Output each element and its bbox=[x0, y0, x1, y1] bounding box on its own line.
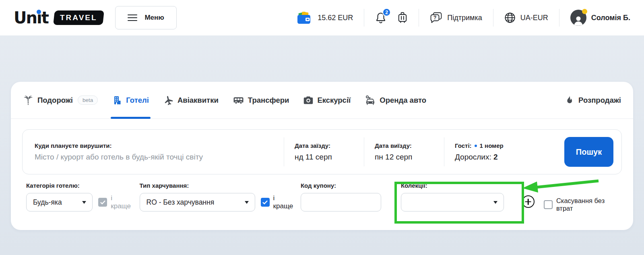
brand-travel-badge: TRAVEL bbox=[53, 10, 104, 25]
hotel-category-label: Категорія готелю: bbox=[26, 182, 134, 189]
tab-car-rental[interactable]: Оренда авто bbox=[365, 82, 426, 118]
user-name: Соломія Б. bbox=[591, 14, 630, 22]
luggage-icon bbox=[397, 12, 408, 24]
tab-label: Готелі bbox=[126, 96, 149, 105]
tab-travels[interactable]: Подорожі beta bbox=[23, 82, 98, 118]
category-and-better-checkbox[interactable]: і краще bbox=[98, 194, 133, 210]
locale-label: UA-EUR bbox=[520, 14, 548, 22]
user-account-button[interactable]: Соломія Б. bbox=[570, 10, 630, 26]
guest-count-dot bbox=[475, 145, 477, 147]
globe-icon bbox=[504, 12, 516, 23]
trips-button[interactable] bbox=[397, 12, 408, 24]
checkout-field[interactable]: Дата виїзду: пн 12 серп bbox=[364, 142, 444, 162]
tab-excursions[interactable]: Екскурсії bbox=[303, 82, 351, 118]
checkout-value: пн 12 серп bbox=[375, 153, 444, 162]
adults-label: Дорослих: bbox=[455, 153, 491, 161]
tab-sales[interactable]: Розпродажі bbox=[565, 82, 621, 118]
and-better-label: і краще bbox=[111, 194, 133, 210]
checkin-value: нд 11 серп bbox=[295, 153, 364, 162]
camera-icon bbox=[303, 95, 313, 105]
tab-label: Оренда авто bbox=[380, 96, 426, 105]
caret-down-icon bbox=[245, 201, 249, 204]
destination-field[interactable]: Куди плануєте вирушити: bbox=[23, 142, 284, 162]
checkbox-checked-icon bbox=[261, 198, 270, 207]
checkout-label: Дата виїзду: bbox=[375, 142, 444, 149]
locale-currency-button[interactable]: UA-EUR bbox=[504, 12, 548, 23]
coupon-input[interactable] bbox=[301, 193, 381, 211]
top-header: Unit TRAVEL Меню 15.62 EUR 2 bbox=[0, 0, 644, 35]
notifications-button[interactable]: 2 bbox=[375, 12, 386, 24]
meal-type-label: Тип харчування: bbox=[140, 182, 296, 189]
tab-label: Авіаквитки bbox=[178, 96, 219, 105]
checkbox-checked-disabled-icon bbox=[98, 198, 107, 207]
free-cancellation-checkbox[interactable]: Скасування без втрат bbox=[544, 197, 622, 212]
caret-down-icon bbox=[493, 201, 497, 204]
wallet-balance-button[interactable]: 15.62 EUR bbox=[297, 11, 353, 25]
tab-label: Розпродажі bbox=[578, 96, 621, 105]
collections-label: Колекції: bbox=[401, 182, 504, 189]
search-button[interactable]: Пошук bbox=[564, 137, 613, 167]
caret-down-icon bbox=[82, 201, 86, 204]
svg-text:?: ? bbox=[433, 15, 436, 20]
palm-tree-icon bbox=[23, 95, 33, 106]
checkbox-unchecked-icon bbox=[544, 200, 553, 209]
beta-badge: beta bbox=[78, 95, 98, 105]
brand-wordmark: Unit bbox=[14, 10, 48, 26]
header-divider bbox=[364, 9, 364, 27]
guests-rooms-value: 1 номер bbox=[480, 142, 504, 149]
collections-group: Колекції: bbox=[401, 182, 504, 211]
tab-label: Подорожі bbox=[37, 96, 73, 105]
brand-dot-icon bbox=[37, 10, 41, 14]
support-label: Підтримка bbox=[447, 14, 482, 22]
plane-icon bbox=[163, 95, 173, 105]
menu-label: Меню bbox=[144, 14, 164, 22]
hotel-category-select[interactable]: Будь-яка bbox=[26, 193, 93, 211]
bus-icon bbox=[233, 95, 244, 105]
tab-hotels[interactable]: Готелі bbox=[112, 82, 149, 118]
tab-label: Трансфери bbox=[248, 96, 289, 105]
destination-input[interactable] bbox=[35, 153, 274, 162]
checkin-label: Дата заїзду: bbox=[295, 142, 364, 149]
header-divider bbox=[493, 9, 493, 27]
flame-icon bbox=[565, 95, 574, 106]
meal-type-group: Тип харчування: RO - Без харчування і кр… bbox=[140, 182, 296, 211]
notification-count-badge: 2 bbox=[382, 8, 391, 17]
support-chat-icon: ? bbox=[430, 12, 442, 24]
hotel-category-group: Категорія готелю: Будь-яка і краще bbox=[26, 182, 134, 211]
adults-value: 2 bbox=[493, 153, 498, 161]
meal-and-better-checkbox[interactable]: і краще bbox=[261, 194, 296, 210]
guests-field[interactable]: Гості: 1 номер Дорослих: 2 bbox=[444, 142, 559, 162]
guests-label: Гості: bbox=[455, 142, 472, 149]
and-better-label: і краще bbox=[273, 194, 296, 210]
search-card: Подорожі beta Готелі Авіаквитки bbox=[11, 82, 633, 230]
meal-type-select[interactable]: RO - Без харчування bbox=[140, 193, 255, 211]
coupon-group: Код купону: bbox=[301, 182, 381, 211]
coupon-label: Код купону: bbox=[301, 182, 381, 189]
tab-transfers[interactable]: Трансфери bbox=[233, 82, 289, 118]
wallet-balance: 15.62 EUR bbox=[318, 14, 353, 22]
car-rental-icon bbox=[365, 95, 376, 106]
checkin-field[interactable]: Дата заїзду: нд 11 серп bbox=[284, 142, 364, 162]
wallet-icon bbox=[297, 11, 313, 25]
collections-select[interactable] bbox=[401, 193, 504, 211]
header-divider bbox=[419, 9, 419, 27]
header-divider bbox=[559, 9, 559, 27]
tab-flights[interactable]: Авіаквитки bbox=[163, 82, 219, 118]
filters-row: Категорія готелю: Будь-яка і краще Тип х… bbox=[11, 182, 633, 212]
menu-button[interactable]: Меню bbox=[115, 6, 176, 29]
destination-label: Куди плануєте вирушити: bbox=[35, 142, 284, 149]
meal-type-value: RO - Без харчування bbox=[147, 198, 215, 207]
tab-label: Екскурсії bbox=[317, 96, 351, 105]
free-cancellation-label: Скасування без втрат bbox=[556, 197, 622, 212]
add-filter-button[interactable] bbox=[522, 195, 535, 208]
hotel-building-icon bbox=[112, 95, 122, 105]
hamburger-icon bbox=[128, 12, 137, 23]
user-status-dot bbox=[582, 9, 587, 14]
hotel-category-value: Будь-яка bbox=[33, 198, 62, 207]
product-tabs: Подорожі beta Готелі Авіаквитки bbox=[11, 82, 633, 119]
hotel-search-bar: Куди плануєте вирушити: Дата заїзду: нд … bbox=[22, 129, 622, 174]
brand-logo[interactable]: Unit TRAVEL bbox=[14, 10, 103, 26]
support-button[interactable]: ? Підтримка bbox=[430, 12, 482, 24]
